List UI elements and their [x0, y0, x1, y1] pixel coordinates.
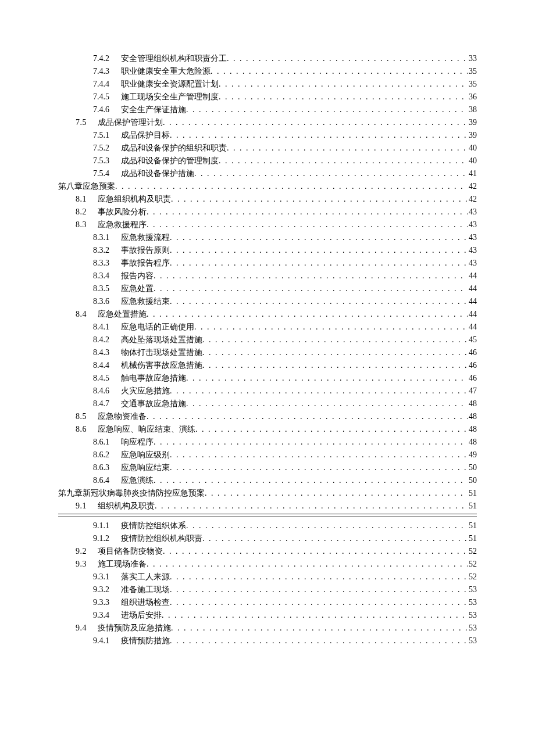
- toc-entry-title: 职业健康安全重大危险源: [121, 65, 211, 78]
- toc-dots: . . . . . . . . . . . . . . . . . . . . …: [170, 583, 468, 596]
- toc-entry-title: 事故报告原则: [121, 244, 170, 257]
- toc-entry-page: 44: [468, 270, 477, 282]
- toc-entry-page: 48: [468, 423, 477, 436]
- toc-entry: 9.3施工现场准备. . . . . . . . . . . . . . . .…: [58, 558, 477, 571]
- toc-dots: . . . . . . . . . . . . . . . . . . . . …: [186, 397, 468, 410]
- toc-entry-title: 应急救援流程: [121, 231, 170, 244]
- toc-entry: 8.3.1应急救援流程. . . . . . . . . . . . . . .…: [58, 231, 477, 244]
- toc-dots: . . . . . . . . . . . . . . . . . . . . …: [147, 308, 468, 321]
- toc-entry-number: 7.5.3: [93, 155, 121, 167]
- toc-dots: . . . . . . . . . . . . . . . . . . . . …: [205, 487, 468, 500]
- toc-dots: . . . . . . . . . . . . . . . . . . . . …: [170, 129, 468, 142]
- toc-entry: 9.1.2疫情防控组织机构职责. . . . . . . . . . . . .…: [58, 532, 477, 545]
- toc-entry: 8.6应急响应、响应结束、演练. . . . . . . . . . . . .…: [58, 423, 477, 436]
- toc-entry-number: 8.6.3: [93, 461, 121, 474]
- toc-entry-page: 53: [468, 622, 477, 635]
- toc-dots: . . . . . . . . . . . . . . . . . . . . …: [219, 78, 468, 91]
- toc-entry-number: 9.3.3: [93, 596, 121, 609]
- toc-entry-title: 应急救援结束: [121, 295, 170, 308]
- section-divider: [58, 517, 477, 517]
- toc-entry-page: 53: [468, 596, 477, 609]
- toc-entry-page: 42: [468, 180, 477, 193]
- toc-entry-title: 准备施工现场: [121, 583, 170, 596]
- toc-entry-page: 46: [468, 372, 477, 385]
- toc-entry-number: 7.5.1: [93, 129, 121, 142]
- toc-dots: . . . . . . . . . . . . . . . . . . . . …: [163, 116, 468, 129]
- toc-entry-number: 9.4.1: [93, 635, 121, 647]
- document-page: 7.4.2安全管理组织机构和职责分工. . . . . . . . . . . …: [0, 0, 535, 756]
- toc-entry: 8.1应急组织机构及职责. . . . . . . . . . . . . . …: [58, 193, 477, 206]
- toc-entry-page: 36: [468, 91, 477, 103]
- toc-entry-page: 40: [468, 142, 477, 155]
- toc-entry-title: 疫情预防措施: [121, 635, 170, 647]
- toc-dots: . . . . . . . . . . . . . . . . . . . . …: [147, 558, 468, 571]
- toc-entry: 7.4.4职业健康安全资源配置计划. . . . . . . . . . . .…: [58, 78, 477, 91]
- toc-entry-title: 物体打击现场处置措施: [121, 346, 202, 359]
- toc-entry-number: 9.3.1: [93, 571, 121, 583]
- toc-entry: 7.4.5施工现场安全生产管理制度. . . . . . . . . . . .…: [58, 91, 477, 103]
- toc-entry-number: 9.1.1: [93, 519, 121, 532]
- toc-entry-page: 33: [468, 52, 477, 65]
- toc-entry-title: 交通事故应急措施: [121, 397, 186, 410]
- toc-entry: 8.3.3事故报告程序. . . . . . . . . . . . . . .…: [58, 257, 477, 270]
- toc-entry: 8.4.4机械伤害事故应急措施. . . . . . . . . . . . .…: [58, 359, 477, 372]
- toc-entry-title: 项目储备防疫物资: [98, 545, 163, 558]
- toc-entry-page: 39: [468, 116, 477, 129]
- toc-entry-number: 8.6: [76, 423, 98, 436]
- toc-entry-page: 39: [468, 129, 477, 142]
- toc-entry: 8.2事故风险分析. . . . . . . . . . . . . . . .…: [58, 206, 477, 218]
- toc-dots: . . . . . . . . . . . . . . . . . . . . …: [170, 461, 468, 474]
- toc-dots: . . . . . . . . . . . . . . . . . . . . …: [147, 410, 468, 423]
- toc-entry-title: 应急响应结束: [121, 461, 170, 474]
- toc-entry-page: 44: [468, 295, 477, 308]
- toc-entry-number: 8.3.5: [93, 282, 121, 295]
- toc-entry: 9.3.1落实工人来源. . . . . . . . . . . . . . .…: [58, 571, 477, 583]
- toc-entry-title: 施工现场安全生产管理制度: [121, 91, 219, 103]
- toc-entry-title: 应急处置: [121, 282, 154, 295]
- toc-dots: . . . . . . . . . . . . . . . . . . . . …: [171, 193, 468, 206]
- toc-entry: 8.6.4应急演练. . . . . . . . . . . . . . . .…: [58, 474, 477, 487]
- toc-entry-title: 机械伤害事故应急措施: [121, 359, 202, 372]
- toc-dots: . . . . . . . . . . . . . . . . . . . . …: [211, 65, 468, 78]
- toc-dots: . . . . . . . . . . . . . . . . . . . . …: [147, 218, 468, 231]
- toc-entry-title: 高处坠落现场处置措施: [121, 334, 202, 346]
- section-divider: [58, 514, 477, 514]
- toc-dots: . . . . . . . . . . . . . . . . . . . . …: [194, 321, 468, 334]
- toc-dots: . . . . . . . . . . . . . . . . . . . . …: [162, 609, 468, 622]
- toc-dots: . . . . . . . . . . . . . . . . . . . . …: [170, 596, 468, 609]
- toc-entry-page: 51: [468, 519, 477, 532]
- toc-entry-number: 8.3.1: [93, 231, 121, 244]
- toc-dots: . . . . . . . . . . . . . . . . . . . . …: [155, 500, 468, 513]
- toc-entry-number: 8.3.4: [93, 270, 121, 282]
- toc-entry-title: 施工现场准备: [98, 558, 147, 571]
- toc-entry-page: 49: [468, 449, 477, 461]
- toc-entry-page: 41: [468, 167, 477, 180]
- toc-dots: . . . . . . . . . . . . . . . . . . . . …: [170, 295, 468, 308]
- toc-entry: 8.4.1应急电话的正确使用. . . . . . . . . . . . . …: [58, 321, 477, 334]
- toc-entry-page: 51: [468, 532, 477, 545]
- toc-entry-number: 7.5.4: [93, 167, 121, 180]
- toc-dots: . . . . . . . . . . . . . . . . . . . . …: [163, 545, 468, 558]
- toc-entry-page: 53: [468, 583, 477, 596]
- toc-entry-title: 第九章新冠状病毒肺炎疫情防控应急预案: [58, 487, 205, 500]
- toc-entry-number: 9.4: [76, 622, 98, 635]
- toc-entry-page: 44: [468, 282, 477, 295]
- toc-dots: . . . . . . . . . . . . . . . . . . . . …: [154, 270, 468, 282]
- toc-dots: . . . . . . . . . . . . . . . . . . . . …: [186, 103, 468, 116]
- toc-entry-number: 8.3.6: [93, 295, 121, 308]
- toc-entry-page: 46: [468, 359, 477, 372]
- toc-dots: . . . . . . . . . . . . . . . . . . . . …: [219, 155, 468, 167]
- toc-entry-number: 8.3.2: [93, 244, 121, 257]
- toc-entry-number: 9.3.4: [93, 609, 121, 622]
- toc-entry-number: 7.4.2: [93, 52, 121, 65]
- toc-entry: 9.1组织机构及职责. . . . . . . . . . . . . . . …: [58, 500, 477, 513]
- toc-entry-page: 35: [468, 78, 477, 91]
- toc-dots: . . . . . . . . . . . . . . . . . . . . …: [170, 244, 468, 257]
- toc-entry-page: 51: [468, 487, 477, 500]
- toc-entry-page: 50: [468, 461, 477, 474]
- toc-entry-page: 53: [468, 609, 477, 622]
- toc-entry-title: 疫情预防及应急措施: [98, 622, 171, 635]
- toc-entry-page: 48: [468, 397, 477, 410]
- toc-dots: . . . . . . . . . . . . . . . . . . . . …: [202, 334, 468, 346]
- toc-dots: . . . . . . . . . . . . . . . . . . . . …: [219, 91, 468, 103]
